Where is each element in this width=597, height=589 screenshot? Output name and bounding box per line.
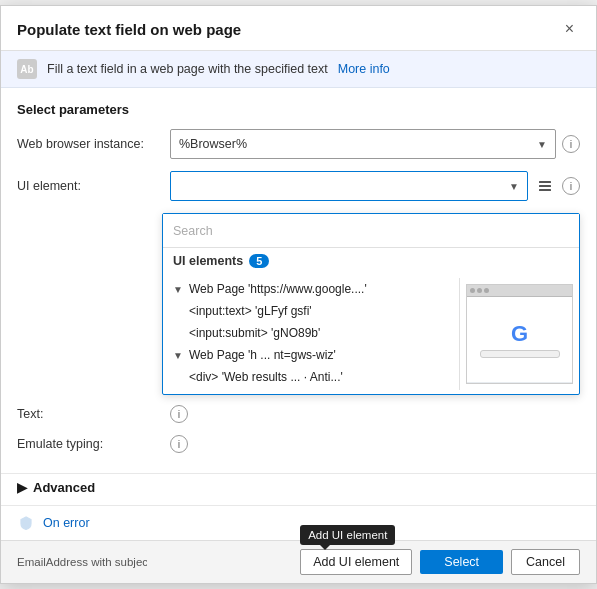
dot-3 <box>484 288 489 293</box>
tree-item-3[interactable]: ▼ Web Page 'h ... nt=gws-wiz' <box>163 344 459 366</box>
ui-element-dropdown[interactable]: ▼ <box>170 171 528 201</box>
preview-image: G <box>466 284 573 384</box>
ui-element-row: UI element: ▼ i <box>17 171 580 201</box>
emulate-row: Emulate typing: i <box>17 435 580 453</box>
tree-item-1[interactable]: <input:text> 'gLFyf gsfi' <box>163 300 459 322</box>
dialog-header: Populate text field on web page × <box>1 6 596 51</box>
add-ui-container: Add UI element Add UI element <box>300 549 412 575</box>
emulate-control: i <box>170 435 580 453</box>
ui-elements-count: 5 <box>249 254 269 268</box>
tree-item-label-3: Web Page 'h ... nt=gws-wiz' <box>189 348 336 362</box>
select-button[interactable]: Select <box>420 550 503 574</box>
dialog: Populate text field on web page × Ab Fil… <box>0 5 597 584</box>
ui-elements-label: UI elements <box>173 254 243 268</box>
layers-icon[interactable] <box>534 175 556 197</box>
tree-item-label-2: <input:submit> 'gNO89b' <box>189 326 320 340</box>
search-input[interactable] <box>163 214 579 248</box>
tree-item-2[interactable]: <input:submit> 'gNO89b' <box>163 322 459 344</box>
cancel-button[interactable]: Cancel <box>511 549 580 575</box>
emulate-info-icon[interactable]: i <box>170 435 188 453</box>
section-title: Select parameters <box>17 102 580 117</box>
ui-element-info-icon[interactable]: i <box>562 177 580 195</box>
advanced-label: Advanced <box>33 480 95 495</box>
text-label: Text: <box>17 407 162 421</box>
web-browser-label: Web browser instance: <box>17 137 162 151</box>
text-control: i <box>170 405 580 423</box>
svg-rect-0 <box>539 189 551 191</box>
web-browser-row: Web browser instance: %Browser% ▼ i <box>17 129 580 159</box>
emulate-label: Emulate typing: <box>17 437 162 451</box>
advanced-section: ▶ Advanced <box>1 473 596 505</box>
text-row: Text: i Emulate typing: i <box>1 405 596 473</box>
action-buttons: Add UI element Add UI element Select Can… <box>300 549 580 575</box>
expand-icon-3: ▼ <box>173 350 183 361</box>
on-error-bar[interactable]: On error <box>1 505 596 540</box>
info-bar: Ab Fill a text field in a web page with … <box>1 51 596 88</box>
dot-2 <box>477 288 482 293</box>
web-browser-dropdown[interactable]: %Browser% ▼ <box>170 129 556 159</box>
info-icon: Ab <box>17 59 37 79</box>
web-browser-value: %Browser% <box>179 137 247 151</box>
bottom-area: EmailAddress with subject Add UI element… <box>1 540 596 583</box>
info-text: Fill a text field in a web page with the… <box>47 62 328 76</box>
web-browser-control: %Browser% ▼ i <box>170 129 580 159</box>
advanced-expand-icon: ▶ <box>17 480 27 495</box>
google-logo: G <box>511 321 528 347</box>
params-section: Select parameters Web browser instance: … <box>1 88 596 201</box>
shield-icon <box>17 514 35 532</box>
add-ui-element-button[interactable]: Add UI element <box>300 549 412 575</box>
tree-area: ▼ Web Page 'https://www.google....' <inp… <box>163 274 579 394</box>
text-info-icon[interactable]: i <box>170 405 188 423</box>
ui-elements-header: UI elements 5 <box>163 248 579 274</box>
preview-content: G <box>467 297 572 382</box>
svg-rect-2 <box>539 181 551 183</box>
ui-element-label: UI element: <box>17 179 162 193</box>
more-info-link[interactable]: More info <box>338 62 390 76</box>
bottom-strip-text: EmailAddress with subject <box>17 556 147 568</box>
dropdown-panel: UI elements 5 ▼ Web Page 'https://www.go… <box>162 213 580 395</box>
dot-1 <box>470 288 475 293</box>
ui-element-control: ▼ i <box>170 171 580 201</box>
chevron-down-icon-2: ▼ <box>509 181 519 192</box>
advanced-toggle[interactable]: ▶ Advanced <box>17 480 580 495</box>
tree-list: ▼ Web Page 'https://www.google....' <inp… <box>163 278 459 390</box>
tree-item-label-0: Web Page 'https://www.google....' <box>189 282 367 296</box>
close-button[interactable]: × <box>559 18 580 40</box>
web-browser-info-icon[interactable]: i <box>562 135 580 153</box>
tree-item-label-1: <input:text> 'gLFyf gsfi' <box>189 304 312 318</box>
preview-box: G <box>459 278 579 390</box>
fake-search-bar <box>480 350 560 358</box>
on-error-label: On error <box>43 516 90 530</box>
tree-item-0[interactable]: ▼ Web Page 'https://www.google....' <box>163 278 459 300</box>
tree-item-4[interactable]: <div> 'Web results ... · Anti...' <box>163 366 459 388</box>
dialog-title: Populate text field on web page <box>17 21 241 38</box>
tree-item-label-4: <div> 'Web results ... · Anti...' <box>189 370 343 384</box>
text-form-row: Text: i <box>17 405 580 423</box>
preview-browser-bar <box>467 285 572 297</box>
chevron-down-icon: ▼ <box>537 139 547 150</box>
svg-rect-1 <box>539 185 551 187</box>
expand-icon-0: ▼ <box>173 284 183 295</box>
